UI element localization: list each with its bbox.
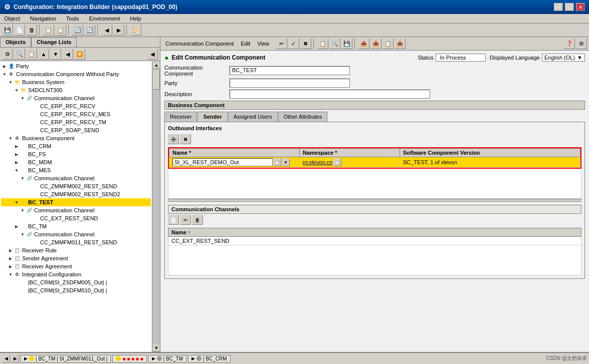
tree-item[interactable]: CC_ERP_RFC_RECV_MES	[1, 110, 151, 118]
right-tb-btn9[interactable]: 📋	[382, 38, 394, 49]
tree-expand-icon[interactable]: ▼	[20, 232, 25, 237]
tree-expand-icon[interactable]: ▼	[8, 136, 13, 141]
tree-item[interactable]: ▼🔗Communication Channel	[1, 94, 151, 102]
left-tb-btn5[interactable]: ▼	[50, 49, 61, 60]
menu-tools[interactable]: Tools	[64, 15, 81, 22]
toolbar-nav1[interactable]: 🔄	[72, 25, 83, 36]
edit-channel-btn[interactable]: ✏	[180, 215, 191, 225]
left-tb-btn4[interactable]: ▲	[38, 49, 49, 60]
left-tb-collapse[interactable]: ◀	[147, 49, 158, 60]
right-tb-btn8[interactable]: 📥	[370, 38, 381, 49]
tree-expand-icon[interactable]: ▶	[14, 224, 19, 229]
right-tb-help[interactable]: ❓	[564, 38, 575, 49]
tab-change-lists[interactable]: Change Lists	[31, 37, 77, 47]
menu-object[interactable]: Object	[2, 15, 22, 22]
right-tb-btn1[interactable]: ✏	[276, 38, 287, 49]
toolbar-btn3[interactable]: 📋	[55, 25, 66, 36]
menu-environment[interactable]: Environment	[87, 15, 122, 22]
right-menu-edit[interactable]: Edit	[238, 40, 253, 47]
tree-expand-icon[interactable]: ▼	[20, 176, 25, 181]
tree-expand-icon[interactable]: ▼	[8, 80, 13, 85]
tree-expand-icon[interactable]: ▶	[8, 256, 13, 261]
left-tb-btn6[interactable]: ◀	[62, 49, 73, 60]
tree-item[interactable]: ▶📋Receiver Rule	[1, 246, 151, 254]
comm-table-row[interactable]: CC_EXT_REST_SEND	[168, 237, 581, 245]
tree-item[interactable]: CC_EXT_REST_SEND	[1, 214, 151, 222]
table-row[interactable]: 📋 ▼ rn:xlevon.cn 📋	[169, 157, 580, 168]
scroll-down-btn[interactable]: ▼	[152, 344, 160, 352]
nav-bottom-btn2[interactable]: ▶	[11, 354, 19, 362]
tree-item[interactable]: |BC_CRM|SI_ZSDFM010_Out| |	[1, 286, 151, 294]
scroll-thumb[interactable]	[153, 70, 160, 90]
tree-expand-icon[interactable]: ▼	[14, 168, 19, 173]
tree-scrollbar[interactable]: ▲ ▼	[152, 61, 160, 352]
tree-item[interactable]: ▼⚙Communication Component Without Party	[1, 70, 151, 78]
tree-expand-icon[interactable]: ▼	[8, 272, 13, 277]
left-tb-btn3[interactable]: 📋	[26, 49, 37, 60]
tree-item[interactable]: ▼🔗Communication Channel	[1, 206, 151, 214]
toolbar-btn2[interactable]: 📋	[43, 25, 54, 36]
tree-item[interactable]: ▶📋Receiver Agreement	[1, 262, 151, 270]
status-tab-4[interactable]: ▶ | BC_CRM	[188, 355, 231, 362]
close-button[interactable]: ✕	[576, 3, 585, 11]
tree-item[interactable]: CC_ZMMFM011_REST_SEND	[1, 238, 151, 246]
tree-item[interactable]: ▶BC_CRM	[1, 142, 151, 150]
tree-item[interactable]: ▶BC_MDM	[1, 158, 151, 166]
tree-expand-icon[interactable]: ▼	[14, 200, 19, 205]
name-input-field[interactable]	[172, 158, 273, 166]
toolbar-delete-btn[interactable]: 🗑	[26, 25, 37, 36]
tree-item[interactable]: ▼BC_TEST	[1, 198, 151, 206]
tree-item[interactable]: ▼⚙Business Component	[1, 134, 151, 142]
right-tb-extra[interactable]: ⚙	[576, 38, 587, 49]
right-tb-btn5[interactable]: 🔍	[329, 38, 340, 49]
tree-item[interactable]: ▶BC_TM	[1, 222, 151, 230]
tab-other-attributes[interactable]: Other Attributes	[278, 112, 327, 122]
menu-navigation[interactable]: Navigation	[28, 15, 58, 22]
tab-assigned-users[interactable]: Assigned Users	[228, 112, 278, 122]
tree-item[interactable]: CC_ZMMFM002_REST_SEND	[1, 182, 151, 190]
tree-expand-icon[interactable]: ▼	[14, 88, 19, 93]
tree-item[interactable]: CC_ERP_RFC_RECV_TM	[1, 118, 151, 126]
tree-expand-icon[interactable]: ▶	[8, 264, 13, 269]
tree-item[interactable]: ▼🔗Communication Channel	[1, 230, 151, 238]
status-tab-2[interactable]: ■ ■ ■ ■ ■	[112, 355, 146, 362]
right-menu-commcomp[interactable]: Communication Component	[162, 40, 237, 47]
left-tb-btn7[interactable]: 🔽	[74, 49, 85, 60]
tab-receiver[interactable]: Receiver	[164, 112, 197, 122]
left-tb-btn1[interactable]: ⚙	[2, 49, 13, 60]
scroll-up-btn[interactable]: ▲	[152, 61, 160, 69]
lang-dropdown-icon[interactable]: ▼	[577, 55, 582, 61]
namespace-browse-btn[interactable]: 📋	[333, 158, 341, 166]
tree-expand-icon[interactable]: ▼	[20, 96, 25, 101]
toolbar-history-btn[interactable]: 📜	[130, 25, 141, 36]
toolbar-back-btn[interactable]: ◀	[101, 25, 112, 36]
right-tb-btn4[interactable]: 📋	[317, 38, 328, 49]
minimize-button[interactable]: ─	[554, 3, 563, 11]
tree-item[interactable]: ▶👤Party	[1, 62, 151, 70]
description-input[interactable]	[230, 90, 430, 99]
tree-item[interactable]: ▼📁S4DCLNT300	[1, 86, 151, 94]
menu-help[interactable]: Help	[128, 15, 143, 22]
tree-item[interactable]: CC_ZMMFM002_REST_SEND2	[1, 190, 151, 198]
right-tb-btn6[interactable]: 💾	[341, 38, 352, 49]
tree-expand-icon[interactable]: ▶	[2, 64, 7, 69]
add-interface-btn[interactable]: ➕	[168, 134, 179, 144]
status-tab-3[interactable]: ▶ | BC_TM	[148, 355, 186, 362]
tab-objects[interactable]: Objects	[0, 37, 31, 47]
tree-item[interactable]: CC_ERP_RFC_RECV	[1, 102, 151, 110]
status-tab-1[interactable]: ▶ | BC_TM | SI_ZMMFM011_Out |	[21, 355, 111, 362]
right-tb-btn3[interactable]: ✖	[300, 38, 311, 49]
name-browse-btn[interactable]: 📋	[273, 158, 281, 166]
delete-interface-btn[interactable]: ✖	[180, 134, 191, 144]
tree-item[interactable]: ▼⚙Integrated Configuration	[1, 270, 151, 278]
toolbar-save-btn[interactable]: 💾	[2, 25, 13, 36]
tree-expand-icon[interactable]: ▶	[14, 144, 19, 149]
section-resizer[interactable]: · · · · ·	[168, 199, 581, 202]
right-tb-btn10[interactable]: 📤	[395, 38, 406, 49]
tree-item[interactable]: |BC_CRM|SI_ZSDFM005_Out| |	[1, 278, 151, 286]
tree-expand-icon[interactable]: ▶	[8, 248, 13, 253]
tree-item[interactable]: ▼📁Business System	[1, 78, 151, 86]
left-tb-btn2[interactable]: 🔍	[14, 49, 25, 60]
tree-item[interactable]: ▶📋Sender Agreement	[1, 254, 151, 262]
party-input[interactable]	[230, 79, 350, 88]
